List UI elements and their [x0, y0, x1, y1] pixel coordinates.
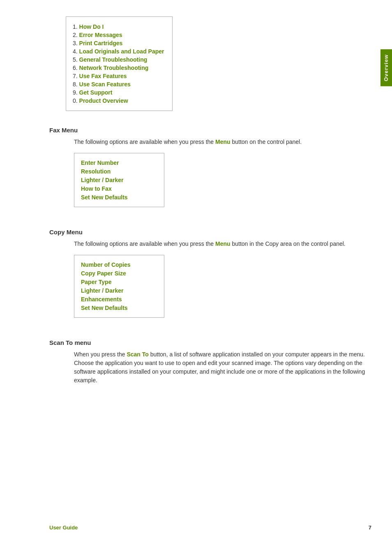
copy-menu-item: Paper Type: [81, 279, 157, 285]
toc-item[interactable]: 7. Use Fax Features: [73, 73, 166, 79]
fax-menu-description: The following options are available when…: [74, 138, 367, 146]
footer-page-number: 7: [369, 525, 371, 531]
overview-tab[interactable]: Overview: [380, 49, 392, 86]
copy-menu-item: Lighter / Darker: [81, 287, 157, 294]
copy-menu-heading: Copy Menu: [49, 229, 367, 236]
copy-menu-item: Number of Copies: [81, 261, 157, 268]
toc-item[interactable]: 6. Network Troubleshooting: [73, 65, 166, 71]
fax-menu-item: How to Fax: [81, 185, 157, 192]
toc-item[interactable]: 9. Get Support: [73, 89, 166, 96]
toc-item[interactable]: 0. Product Overview: [73, 97, 166, 104]
fax-menu-box: Enter NumberResolutionLighter / DarkerHo…: [74, 153, 164, 207]
scan-menu-section: Scan To menu When you press the Scan To …: [49, 339, 367, 385]
copy-menu-item: Copy Paper Size: [81, 270, 157, 277]
fax-menu-item: Lighter / Darker: [81, 177, 157, 183]
scan-menu-description: When you press the Scan To button, a lis…: [74, 350, 367, 385]
fax-menu-item: Set New Defaults: [81, 194, 157, 201]
table-of-contents: 1. How Do I2. Error Messages3. Print Car…: [66, 16, 173, 111]
page-footer: User Guide 7: [49, 525, 371, 531]
toc-item[interactable]: 2. Error Messages: [73, 32, 166, 38]
fax-menu-item: Resolution: [81, 168, 157, 175]
fax-menu-section: Fax Menu The following options are avail…: [49, 127, 367, 217]
copy-menu-item: Enhancements: [81, 296, 157, 303]
fax-menu-item: Enter Number: [81, 159, 157, 166]
copy-menu-description: The following options are available when…: [74, 240, 367, 248]
toc-item[interactable]: 3. Print Cartridges: [73, 40, 166, 46]
fax-menu-heading: Fax Menu: [49, 127, 367, 134]
copy-menu-box: Number of CopiesCopy Paper SizePaper Typ…: [74, 255, 164, 318]
copy-menu-item: Set New Defaults: [81, 305, 157, 311]
toc-item[interactable]: 5. General Troubleshooting: [73, 56, 166, 63]
toc-item[interactable]: 8. Use Scan Features: [73, 81, 166, 88]
footer-user-guide: User Guide: [49, 525, 78, 531]
toc-item[interactable]: 4. Load Originals and Load Paper: [73, 48, 166, 55]
copy-menu-section: Copy Menu The following options are avai…: [49, 229, 367, 328]
scan-menu-heading: Scan To menu: [49, 339, 367, 346]
toc-item[interactable]: 1. How Do I: [73, 23, 166, 30]
